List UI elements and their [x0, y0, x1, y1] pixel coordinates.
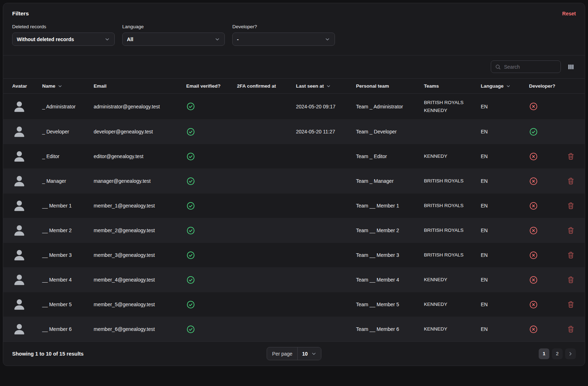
cell-actions [556, 94, 585, 119]
cell-email: member_1@genealogy.test [85, 194, 177, 218]
per-page-select[interactable]: 10 [297, 347, 321, 360]
table-row[interactable]: _ Managermanager@genealogy.testTeam _ Ma… [3, 169, 585, 194]
column-label: Last seen at [296, 83, 324, 89]
cell-language: EN [472, 194, 520, 218]
team-badge: BRITISH ROYALS [424, 226, 469, 234]
table-row[interactable]: __ Member 6member_6@genealogy.testTeam _… [3, 317, 585, 342]
column-label: 2FA confirmed at [237, 83, 276, 89]
delete-button[interactable] [566, 300, 575, 309]
cell-personal-team: Team __ Member 5 [347, 292, 415, 317]
search-input[interactable] [504, 64, 557, 70]
cell-email-verified [177, 194, 228, 218]
sort-chevron-icon[interactable] [326, 84, 331, 89]
table-row[interactable]: _ Developerdeveloper@genealogy.test2024-… [3, 119, 585, 144]
cell-avatar [3, 94, 33, 119]
cell-teams: KENNEDY [415, 268, 472, 292]
trash-icon [567, 251, 575, 259]
filter-label-deleted-records: Deleted records [12, 24, 115, 29]
table-row[interactable]: _ Editoreditor@genealogy.testTeam _ Edit… [3, 144, 585, 169]
cell-developer [520, 169, 556, 194]
cell-last-seen-at [287, 194, 347, 218]
cell-actions [556, 119, 585, 144]
next-page-button[interactable] [565, 348, 576, 359]
cell-teams: BRITISH ROYALS [415, 218, 472, 243]
cell-email: member_2@genealogy.test [85, 218, 177, 243]
table-row[interactable]: __ Member 3member_3@genealogy.testTeam _… [3, 243, 585, 268]
per-page-control: Per page 10 [267, 347, 321, 360]
cell-email: administrator@genealogy.test [85, 94, 177, 119]
x-circle-icon [529, 300, 553, 309]
chevron-down-icon [104, 36, 110, 42]
delete-button[interactable] [566, 176, 575, 186]
x-circle-icon [529, 275, 553, 284]
delete-button[interactable] [566, 226, 575, 235]
trash-icon [567, 325, 575, 333]
cell-teams: BRITISH ROYALS [415, 169, 472, 194]
filters-reset-link[interactable]: Reset [562, 11, 576, 16]
delete-button[interactable] [566, 324, 575, 334]
check-circle-icon [186, 102, 225, 111]
table-row[interactable]: _ Administratoradministrator@genealogy.t… [3, 94, 585, 119]
filter-field-developer: Developer?- [232, 24, 335, 46]
table-body: _ Administratoradministrator@genealogy.t… [3, 94, 585, 342]
cell-email: editor@genealogy.test [85, 144, 177, 169]
chevron-right-icon [568, 351, 573, 357]
cell-developer [520, 144, 556, 169]
cell-email: member_3@genealogy.test [85, 243, 177, 268]
table-row[interactable]: __ Member 1member_1@genealogy.testTeam _… [3, 194, 585, 218]
cell-email-verified [177, 94, 228, 119]
chevron-down-icon [311, 351, 317, 357]
cell-actions [556, 292, 585, 317]
avatar-icon [12, 273, 30, 287]
x-circle-icon [529, 177, 553, 186]
table-row[interactable]: __ Member 2member_2@genealogy.testTeam _… [3, 218, 585, 243]
column-label: Email verified? [186, 83, 221, 89]
per-page-label: Per page [267, 347, 297, 360]
cell-actions [556, 243, 585, 268]
cell-actions [556, 194, 585, 218]
cell-2fa-confirmed-at [228, 292, 287, 317]
column-header-name[interactable]: Name [33, 79, 85, 94]
page-button-1[interactable]: 1 [539, 348, 549, 359]
cell-2fa-confirmed-at [228, 317, 287, 342]
table-row[interactable]: __ Member 5member_5@genealogy.testTeam _… [3, 292, 585, 317]
delete-button[interactable] [566, 152, 575, 161]
page-button-2[interactable]: 2 [552, 348, 563, 359]
delete-button[interactable] [566, 250, 575, 260]
cell-developer [520, 218, 556, 243]
column-header-language[interactable]: Language [472, 79, 520, 94]
columns-icon [567, 63, 575, 71]
team-badge: KENNEDY [424, 152, 469, 160]
page: Filters Reset Deleted recordsWithout del… [0, 0, 588, 386]
search-box [491, 60, 561, 73]
sort-chevron-icon[interactable] [58, 84, 63, 89]
cell-last-seen-at [287, 292, 347, 317]
chevron-down-icon [325, 36, 330, 42]
cell-avatar [3, 119, 33, 144]
cell-name: __ Member 4 [33, 268, 85, 292]
trash-icon [567, 276, 575, 284]
filter-select-language[interactable]: All [122, 33, 225, 46]
table-row[interactable]: __ Member 4member_4@genealogy.testTeam _… [3, 268, 585, 292]
cell-name: __ Member 2 [33, 218, 85, 243]
cell-actions [556, 144, 585, 169]
cell-language: EN [472, 243, 520, 268]
filter-select-developer[interactable]: - [232, 33, 335, 46]
cell-language: EN [472, 317, 520, 342]
cell-2fa-confirmed-at [228, 218, 287, 243]
filter-select-value: - [237, 36, 239, 42]
column-header-last_seen_at[interactable]: Last seen at [287, 79, 347, 94]
cell-last-seen-at [287, 218, 347, 243]
sort-chevron-icon[interactable] [506, 84, 511, 89]
column-label: Teams [424, 83, 439, 89]
cell-last-seen-at [287, 268, 347, 292]
delete-button[interactable] [566, 201, 575, 210]
cell-2fa-confirmed-at [228, 243, 287, 268]
cell-personal-team: Team _ Administrator [347, 94, 415, 119]
trash-icon [567, 177, 575, 185]
column-label: Personal team [356, 83, 389, 89]
column-toggle-button[interactable] [566, 62, 576, 72]
filter-select-deleted-records[interactable]: Without deleted records [12, 33, 115, 46]
cell-avatar [3, 218, 33, 243]
delete-button[interactable] [566, 275, 575, 284]
